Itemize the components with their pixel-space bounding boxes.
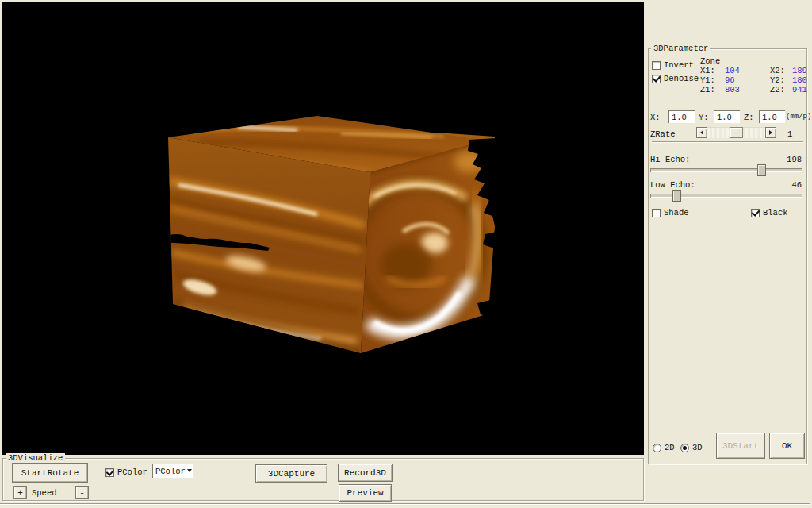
shade-label: Shade bbox=[664, 208, 689, 217]
hi-echo-slider-thumb[interactable] bbox=[757, 164, 766, 176]
invert-label: Invert bbox=[664, 60, 694, 70]
zrate-scroll-right-button[interactable] bbox=[765, 127, 776, 138]
visualize-panel-title: 3DVisualize bbox=[6, 453, 65, 463]
speed-plus-button[interactable]: + bbox=[13, 486, 27, 499]
hi-echo-label: Hi Echo: bbox=[650, 155, 690, 164]
x-scale-label: X: bbox=[650, 113, 661, 122]
mode-2d-radio-button[interactable] bbox=[653, 444, 661, 452]
zone-x2-label: X2: bbox=[770, 66, 785, 75]
3dcapture-button[interactable]: 3DCapture bbox=[255, 464, 327, 483]
speed-minus-button[interactable]: - bbox=[75, 486, 89, 499]
low-echo-value: 46 bbox=[791, 180, 802, 190]
window-bottom-edge bbox=[0, 503, 812, 508]
low-echo-slider-thumb[interactable] bbox=[672, 190, 681, 202]
zone-y2-label: Y2: bbox=[770, 75, 785, 85]
mode-3d-radio[interactable]: 3D bbox=[680, 443, 703, 452]
zone-z1-label: Z1: bbox=[700, 85, 715, 94]
shade-checkbox-box[interactable] bbox=[652, 209, 661, 217]
black-checkbox-box[interactable] bbox=[751, 209, 760, 217]
zone-title: Zone bbox=[700, 56, 720, 66]
mode-3d-radio-button[interactable] bbox=[680, 444, 689, 452]
zrate-label: ZRate bbox=[650, 129, 676, 139]
zrate-scroll-track[interactable] bbox=[707, 127, 765, 138]
zone-x1-label: X1: bbox=[700, 66, 715, 75]
pcolor-checkbox-box[interactable] bbox=[105, 468, 114, 477]
separator bbox=[652, 141, 803, 143]
invert-checkbox-box[interactable] bbox=[652, 61, 661, 70]
shade-checkbox[interactable]: Shade bbox=[652, 208, 689, 217]
hi-echo-value: 198 bbox=[787, 155, 802, 164]
speed-label: Speed bbox=[32, 488, 57, 498]
zone-y2-value: 180 bbox=[792, 75, 807, 85]
param-panel: 3DParameter Invert Denoise Zone X1: 104 … bbox=[648, 48, 807, 464]
zone-z2-value: 941 bbox=[792, 85, 807, 94]
start-rotate-button[interactable]: StartRotate bbox=[12, 463, 88, 483]
ok-button[interactable]: OK bbox=[769, 433, 805, 459]
z-scale-input[interactable] bbox=[759, 110, 785, 123]
zrate-value: 1 bbox=[787, 129, 792, 139]
zrate-scroll-thumb[interactable] bbox=[730, 127, 743, 138]
zone-x2-value: 189 bbox=[792, 66, 807, 75]
denoise-checkbox[interactable]: Denoise bbox=[652, 74, 699, 83]
y-scale-label: Y: bbox=[699, 113, 709, 122]
mode-2d-radio[interactable]: 2D bbox=[653, 443, 675, 452]
zone-z1-value: 803 bbox=[725, 85, 740, 94]
pcolor-dropdown[interactable]: PColor bbox=[152, 464, 193, 478]
zone-y1-label: Y1: bbox=[700, 75, 715, 85]
arrow-left-icon bbox=[700, 130, 703, 135]
black-label: Black bbox=[763, 208, 788, 217]
invert-checkbox[interactable]: Invert bbox=[652, 60, 694, 70]
zone-x1-value: 104 bbox=[725, 66, 740, 75]
y-scale-input[interactable] bbox=[714, 110, 740, 123]
record3d-button[interactable]: Record3D bbox=[338, 464, 393, 482]
pcolor-label: PColor bbox=[117, 468, 147, 477]
denoise-label: Denoise bbox=[664, 74, 699, 83]
3dstart-button[interactable]: 3DStart bbox=[716, 433, 765, 459]
zrate-scrollbar[interactable] bbox=[696, 127, 776, 138]
3d-viewport[interactable] bbox=[2, 2, 644, 455]
mode-2d-label: 2D bbox=[665, 443, 675, 452]
z-scale-label: Z: bbox=[744, 113, 754, 122]
visualize-panel: 3DVisualize StartRotate + Speed - PColor… bbox=[2, 458, 644, 501]
low-echo-label: Low Echo: bbox=[650, 180, 695, 190]
x-scale-input[interactable] bbox=[668, 110, 695, 123]
arrow-right-icon bbox=[769, 130, 772, 135]
pcolor-dropdown-value: PColor bbox=[152, 466, 186, 476]
zrate-scroll-left-button[interactable] bbox=[696, 127, 707, 138]
preview-button[interactable]: Preview bbox=[339, 484, 392, 502]
hi-echo-slider-track[interactable] bbox=[650, 168, 802, 172]
zone-z2-label: Z2: bbox=[770, 85, 785, 94]
chevron-down-icon[interactable] bbox=[186, 465, 193, 476]
param-panel-title: 3DParameter bbox=[651, 44, 710, 53]
pcolor-checkbox[interactable]: PColor bbox=[105, 468, 147, 477]
denoise-checkbox-box[interactable] bbox=[652, 75, 661, 83]
scale-unit-label: (mm/p) bbox=[786, 112, 811, 121]
mode-3d-label: 3D bbox=[692, 443, 703, 452]
zone-y1-value: 96 bbox=[725, 75, 735, 85]
black-checkbox[interactable]: Black bbox=[751, 208, 788, 217]
volume-render bbox=[2, 2, 644, 455]
